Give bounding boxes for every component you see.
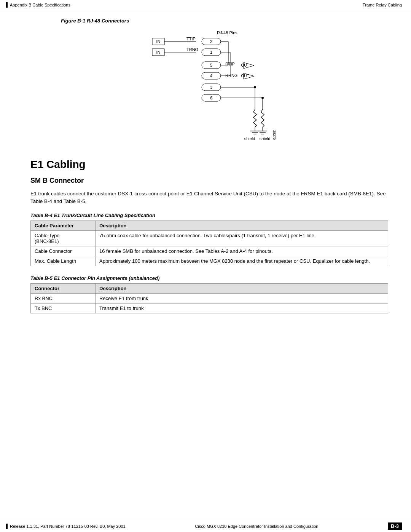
sub-heading: SM B Connector	[30, 177, 388, 185]
in1-label: IN	[156, 39, 161, 44]
figure-number: 28270	[272, 130, 276, 140]
footer-center-text: Cisco MGX 8230 Edge Concentrator Install…	[195, 524, 318, 529]
page-header: Appendix B Cable Specifications Frame Re…	[0, 0, 411, 10]
table-row: Cable Type (BNC-8E1)75-ohm coax cable fo…	[31, 230, 388, 246]
page-footer: Release 1.1.31, Part Number 78-11215-03 …	[0, 520, 411, 532]
main-heading: E1 Cabling	[30, 158, 388, 171]
body-text: E1 trunk cables connect the customer DSX…	[30, 190, 388, 206]
figure-section: Figure B-1 RJ-48 Connectors RJ-48 Pins I…	[30, 18, 388, 147]
table-b4-desc-0: 75-ohm coax cable for unbalanced connect…	[96, 230, 388, 246]
table-b5-header-0: Connector	[31, 283, 96, 293]
pin6-label: 6	[210, 96, 212, 100]
table-row: Rx BNCReceive E1 from trunk	[31, 293, 388, 303]
table-b5-connector-1: Tx BNC	[31, 303, 96, 313]
pin3-label: 3	[210, 85, 212, 89]
table-b4-header-0: Cable Parameter	[31, 220, 96, 230]
table-b4-param-2: Max. Cable Length	[31, 256, 96, 266]
table-b5-connector-0: Rx BNC	[31, 293, 96, 303]
table-b5-header-1: Description	[96, 283, 388, 293]
ttip-label: TTIP	[186, 37, 196, 41]
rj48-diagram: RJ-48 Pins IN TTIP 2 IN TRNG 1 5 RTIP	[137, 27, 282, 145]
footer-bar-icon	[6, 524, 8, 529]
rrng-label: RRNG	[225, 73, 237, 78]
figure-title: Figure B-1 RJ-48 Connectors	[30, 18, 388, 24]
header-right-text: Frame Relay Cabling	[363, 3, 402, 7]
table-b5: Connector Description Rx BNCReceive E1 f…	[30, 283, 388, 313]
header-bar-icon	[6, 2, 8, 8]
table-b4-title: Table B-4 E1 Trunk/Circuit Line Cabling …	[30, 212, 388, 218]
table-b4: Cable Parameter Description Cable Type (…	[30, 220, 388, 266]
table-row: Max. Cable LengthApproximately 100 meter…	[31, 256, 388, 266]
table-b5-desc-0: Receive E1 from trunk	[96, 293, 388, 303]
rj48-pins-label: RJ-48 Pins	[217, 30, 237, 35]
table-b4-desc-1: 16 female SMB for unbalanced connection.…	[96, 246, 388, 256]
shield2-label: shield	[260, 136, 271, 141]
table-b5-title: Table B-5 E1 Connector Pin Assignments (…	[30, 275, 388, 281]
rtip-label: RTIP	[225, 62, 235, 66]
in2-label: IN	[156, 50, 161, 54]
shield1-label: shield	[244, 136, 255, 141]
out2-label: OUT	[241, 74, 249, 78]
table-b4-header-1: Description	[96, 220, 388, 230]
out1-label: OUT	[241, 63, 249, 67]
table-b5-desc-1: Transmit E1 to trunk	[96, 303, 388, 313]
trng-label: TRNG	[186, 47, 198, 52]
header-left: Appendix B Cable Specifications	[6, 2, 70, 8]
footer-left-text: Release 1.1.31, Part Number 78-11215-03 …	[10, 524, 126, 529]
table-row: Cable Connector16 female SMB for unbalan…	[31, 246, 388, 256]
header-left-text: Appendix B Cable Specifications	[10, 3, 70, 7]
table-b4-param-0: Cable Type (BNC-8E1)	[31, 230, 96, 246]
pin1-label: 1	[210, 50, 212, 54]
pin4-label: 4	[210, 73, 212, 78]
page-content: Figure B-1 RJ-48 Connectors RJ-48 Pins I…	[0, 10, 411, 345]
table-b4-desc-2: Approximately 100 meters maximum between…	[96, 256, 388, 266]
footer-page-number: B-3	[388, 522, 402, 530]
pin5-label: 5	[210, 63, 212, 67]
table-row: Tx BNCTransmit E1 to trunk	[31, 303, 388, 313]
footer-left: Release 1.1.31, Part Number 78-11215-03 …	[6, 524, 126, 529]
table-b4-param-1: Cable Connector	[31, 246, 96, 256]
pin2-label: 2	[210, 39, 212, 44]
